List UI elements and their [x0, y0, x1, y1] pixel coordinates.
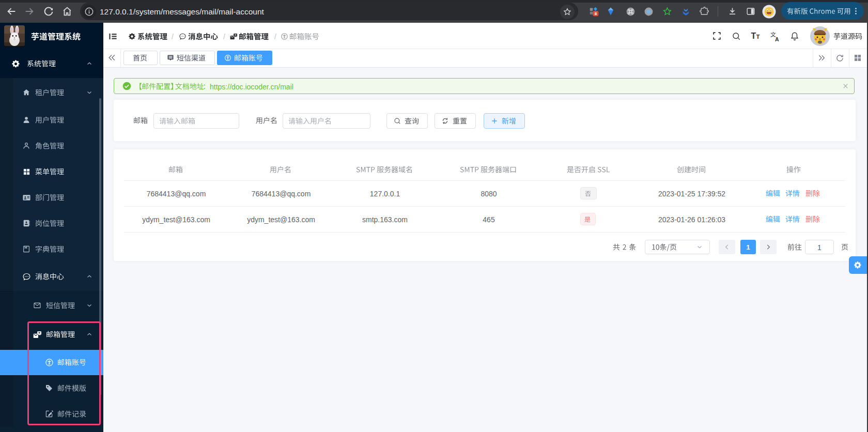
svg-text:8: 8 — [595, 11, 597, 16]
